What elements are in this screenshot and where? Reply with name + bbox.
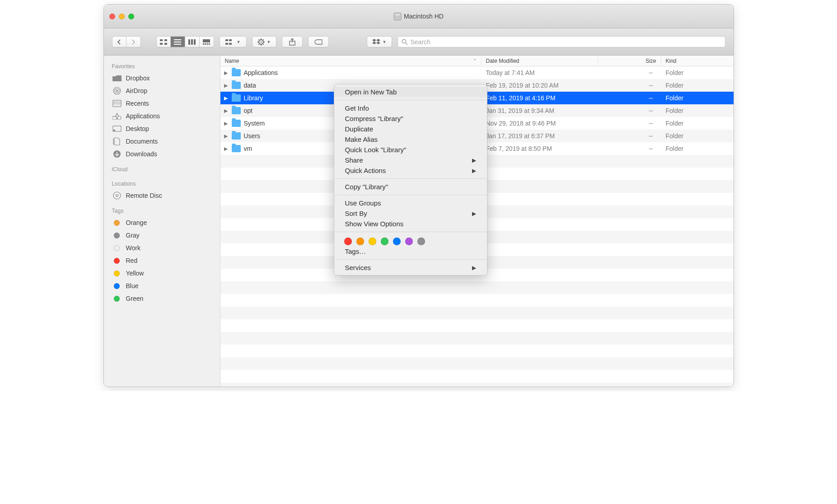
share-button[interactable] xyxy=(282,36,303,47)
view-column-button[interactable] xyxy=(185,36,200,47)
sidebar-item-remote-disc[interactable]: Remote Disc xyxy=(104,189,220,202)
column-name[interactable]: Name ⌃ xyxy=(220,56,482,66)
tag-color-dot[interactable] xyxy=(344,238,352,245)
disclosure-triangle-icon[interactable]: ▶ xyxy=(224,95,229,101)
empty-row xyxy=(220,319,734,332)
context-menu-item[interactable]: Get Info xyxy=(334,103,487,113)
context-menu-item[interactable]: Duplicate xyxy=(334,124,487,134)
sidebar-tag-item[interactable]: Work xyxy=(104,242,220,254)
context-menu-item[interactable]: Show View Options xyxy=(334,219,487,229)
sidebar-tag-item[interactable]: Red xyxy=(104,254,220,267)
sidebar-item-label: Applications xyxy=(126,112,160,120)
disclosure-triangle-icon[interactable]: ▶ xyxy=(224,121,229,126)
sidebar-item-desktop[interactable]: Desktop xyxy=(104,122,220,135)
action-button[interactable]: ▼ xyxy=(252,36,276,47)
tag-color-dot[interactable] xyxy=(369,238,376,245)
sidebar-tag-item[interactable]: Orange xyxy=(104,216,220,229)
applications-icon xyxy=(112,112,122,121)
sidebar-item-airdrop[interactable]: AirDrop xyxy=(104,84,220,97)
disclosure-triangle-icon[interactable]: ▶ xyxy=(224,108,229,114)
disclosure-triangle-icon[interactable]: ▶ xyxy=(224,83,229,89)
arrange-button[interactable]: ▼ xyxy=(220,36,247,47)
context-menu-item[interactable]: Sort By▶ xyxy=(334,208,487,219)
column-kind[interactable]: Kind xyxy=(661,56,734,66)
svg-point-20 xyxy=(260,41,262,42)
file-size: -- xyxy=(598,145,661,152)
file-size: -- xyxy=(598,107,661,114)
context-item-label: Copy "Library" xyxy=(345,183,388,191)
file-kind: Folder xyxy=(661,82,734,89)
tag-color-dot[interactable] xyxy=(405,238,413,245)
sidebar-tag-item[interactable]: Yellow xyxy=(104,267,220,280)
back-button[interactable] xyxy=(112,36,126,47)
dropbox-icon xyxy=(372,39,380,45)
context-menu-item[interactable]: Compress "Library" xyxy=(334,113,487,124)
svg-point-34 xyxy=(116,90,118,92)
sidebar-icloud: iCloud xyxy=(104,162,220,177)
tag-color-dot[interactable] xyxy=(356,238,364,245)
sidebar-item-documents[interactable]: Documents xyxy=(104,135,220,148)
sidebar-tag-item[interactable]: Green xyxy=(104,292,220,305)
context-menu-item[interactable]: Services▶ xyxy=(334,262,487,273)
view-gallery-button[interactable] xyxy=(200,36,214,47)
disclosure-triangle-icon[interactable]: ▶ xyxy=(224,70,229,76)
column-date[interactable]: Date Modified xyxy=(482,56,598,66)
titlebar: Macintosh HD xyxy=(104,5,734,28)
column-size[interactable]: Size xyxy=(598,56,661,66)
context-menu-item[interactable]: Make Alias xyxy=(334,134,487,145)
svg-rect-16 xyxy=(229,39,232,41)
svg-rect-8 xyxy=(191,39,193,45)
desktop-icon xyxy=(112,124,122,133)
file-name: Library xyxy=(244,94,263,102)
svg-rect-41 xyxy=(113,130,115,131)
forward-button[interactable] xyxy=(126,36,141,47)
sidebar-tag-item[interactable]: Gray xyxy=(104,229,220,242)
sidebar-item-label: Desktop xyxy=(126,125,149,132)
sidebar-item-downloads[interactable]: Downloads xyxy=(104,148,220,160)
file-size: -- xyxy=(598,94,661,102)
tag-dot-icon xyxy=(112,243,122,252)
tag-color-dot[interactable] xyxy=(417,238,425,245)
sidebar-item-recents[interactable]: Recents xyxy=(104,97,220,110)
sidebar-favorites-title: Favorites xyxy=(104,62,220,72)
context-menu-item[interactable]: Share▶ xyxy=(334,155,487,165)
search-input[interactable] xyxy=(411,38,721,46)
tag-dot-icon xyxy=(112,269,122,278)
context-menu-item[interactable]: Open in New Tab xyxy=(334,87,487,97)
svg-rect-4 xyxy=(174,39,181,40)
context-menu-item[interactable]: Copy "Library" xyxy=(334,182,487,192)
dropbox-button[interactable]: ▼ xyxy=(367,36,392,47)
tags-button[interactable] xyxy=(308,36,329,47)
context-separator xyxy=(335,178,486,179)
tag-color-dot[interactable] xyxy=(393,238,401,245)
context-menu-item[interactable]: Use Groups xyxy=(334,198,487,208)
context-tags-item[interactable]: Tags… xyxy=(334,246,487,257)
tag-dot-icon xyxy=(112,256,122,265)
svg-line-31 xyxy=(406,43,407,45)
svg-rect-6 xyxy=(174,44,181,45)
close-button[interactable] xyxy=(109,14,115,19)
gear-icon xyxy=(257,38,265,46)
disclosure-triangle-icon[interactable]: ▶ xyxy=(224,146,229,152)
minimize-button[interactable] xyxy=(119,14,125,19)
sidebar-item-dropbox[interactable]: Dropbox xyxy=(104,72,220,84)
view-list-button[interactable] xyxy=(171,36,185,47)
context-menu-item[interactable]: Quick Actions▶ xyxy=(334,165,487,176)
submenu-arrow-icon: ▶ xyxy=(472,210,476,217)
maximize-button[interactable] xyxy=(128,14,134,19)
sidebar-item-applications[interactable]: Applications xyxy=(104,110,220,122)
tag-color-dot[interactable] xyxy=(381,238,388,245)
sidebar-tag-label: Blue xyxy=(126,282,139,289)
disclosure-triangle-icon[interactable]: ▶ xyxy=(224,133,229,139)
file-kind: Folder xyxy=(661,132,734,140)
sidebar-tag-item[interactable]: Blue xyxy=(104,280,220,292)
context-item-label: Compress "Library" xyxy=(345,115,403,122)
view-icon-button[interactable] xyxy=(156,36,171,47)
list-icon xyxy=(174,39,181,45)
group-icon xyxy=(225,39,234,45)
file-row[interactable]: ▶ Applications Today at 7:41 AM -- Folde… xyxy=(220,66,734,79)
context-menu-item[interactable]: Quick Look "Library" xyxy=(334,145,487,155)
chevron-left-icon xyxy=(117,39,122,45)
context-item-label: Share xyxy=(345,156,363,164)
searchbar[interactable] xyxy=(397,36,725,47)
